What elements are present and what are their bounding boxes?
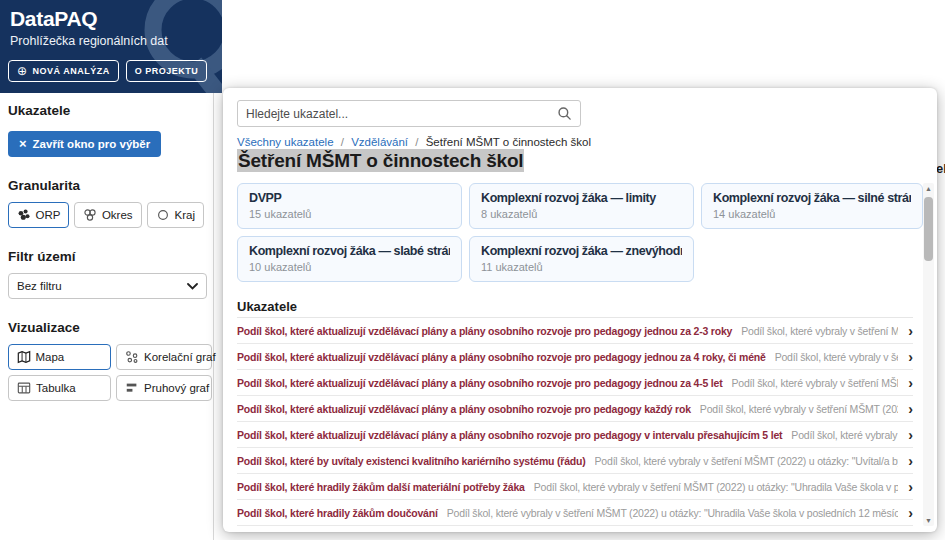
app-subtitle: Prohlížečka regionálních dat [10, 34, 168, 48]
chevron-down-icon [187, 283, 198, 290]
visualization-heading: Vizualizace [8, 320, 206, 335]
category-name: Komplexní rozvoj žáka — znevýhodnění [481, 244, 682, 258]
indicator-title: Podíl škol, které aktualizují vzdělávací… [237, 325, 732, 337]
granularity-okres-button[interactable]: Okres [74, 202, 142, 228]
close-selection-window-button[interactable]: × Zavřít okno pro výběr [8, 131, 161, 157]
category-cards: DVPP 15 ukazatelů Komplexní rozvoj žáka … [237, 183, 923, 282]
indicator-picker-modal: Všechny ukazatele / Vzdělávání / Šetření… [223, 88, 937, 532]
indicator-subtitle: Podíl škol, které vybraly v šetření MŠMT… [731, 377, 898, 389]
bar-chart-icon [125, 381, 139, 395]
viz-map-button[interactable]: Mapa [8, 344, 111, 370]
app-header: DataPAQ Prohlížečka regionálních dat ⊕ N… [0, 0, 222, 93]
granularity-kraj-label: Kraj [175, 209, 195, 221]
header-actions: ⊕ NOVÁ ANALÝZA O PROJEKTU [8, 60, 207, 82]
scatter-plot-icon [125, 350, 139, 364]
chevron-right-icon: › [898, 376, 913, 390]
app-title: DataPAQ [10, 7, 97, 31]
category-name: Komplexní rozvoj žáka — limity [481, 191, 682, 205]
granularity-orp-label: ORP [36, 209, 61, 221]
indicator-row[interactable]: Podíl škol, které aktualizují vzdělávací… [237, 318, 913, 344]
indicator-title: Podíl škol, které aktualizují vzdělávací… [237, 377, 722, 389]
territory-filter-value: Bez filtru [17, 280, 62, 292]
category-count: 14 ukazatelů [713, 208, 911, 220]
category-card[interactable]: Komplexní rozvoj žáka — limity 8 ukazate… [469, 183, 694, 229]
viz-table-button[interactable]: Tabulka [8, 375, 111, 401]
modal-scrollbar[interactable]: ▲ ▼ [923, 183, 934, 526]
indicator-list-heading: Ukazatele [237, 299, 297, 314]
chevron-right-icon: › [898, 428, 913, 442]
indicator-search-input[interactable] [246, 107, 557, 121]
granularity-okres-label: Okres [102, 209, 133, 221]
category-count: 11 ukazatelů [481, 261, 682, 273]
granularity-orp-button[interactable]: ORP [8, 202, 69, 228]
indicator-list: Podíl škol, které aktualizují vzdělávací… [237, 317, 913, 526]
chevron-right-icon: › [898, 454, 913, 468]
kraj-circle-icon [156, 208, 170, 222]
indicator-row[interactable]: Podíl škol, které hradily žákům další ma… [237, 474, 913, 500]
granularity-kraj-button[interactable]: Kraj [147, 202, 204, 228]
scroll-up-arrow[interactable]: ▲ [923, 185, 934, 192]
indicator-title: Podíl škol, které by uvítaly existenci k… [237, 455, 586, 467]
category-name: Komplexní rozvoj žáka — slabé stránky [249, 244, 450, 258]
indicator-title: Podíl škol, které hradily žákům doučován… [237, 507, 438, 519]
viz-map-label: Mapa [36, 351, 65, 363]
viz-bar-chart-button[interactable]: Pruhový graf [116, 375, 212, 401]
viz-correlation-label: Korelační graf [144, 351, 216, 363]
indicator-row[interactable]: Podíl škol, které by uvítaly existenci k… [237, 448, 913, 474]
close-icon: × [19, 139, 27, 149]
category-card[interactable]: Komplexní rozvoj žáka — silné stránky 14… [701, 183, 923, 229]
new-analysis-button[interactable]: ⊕ NOVÁ ANALÝZA [8, 60, 119, 82]
breadcrumb-separator: / [341, 136, 344, 148]
indicator-subtitle: Podíl škol, které vybraly v šetření... [791, 429, 898, 441]
indicator-subtitle: Podíl škol, které vybraly v šetření MŠ..… [775, 351, 899, 363]
modal-page-title-highlight: Šetření MŠMT o činnostech škol [237, 149, 524, 172]
sidebar-indicators-heading: Ukazatele [8, 103, 206, 118]
about-project-button[interactable]: O PROJEKTU [126, 60, 208, 82]
orp-cluster-icon [17, 208, 31, 222]
viz-correlation-button[interactable]: Korelační graf [116, 344, 212, 370]
breadcrumb-education[interactable]: Vzdělávání [351, 136, 408, 148]
indicator-subtitle: Podíl škol, které vybraly v šetření MŠMT… [595, 455, 899, 467]
indicator-row[interactable]: Podíl škol, které aktualizují vzdělávací… [237, 422, 913, 448]
category-name: DVPP [249, 191, 450, 205]
new-analysis-label: NOVÁ ANALÝZA [33, 66, 110, 76]
chevron-right-icon: › [898, 402, 913, 416]
viz-bar-chart-label: Pruhový graf [144, 382, 209, 394]
search-icon [557, 106, 572, 121]
table-icon [17, 381, 31, 395]
background-clipped-heading: ele [936, 161, 945, 176]
close-selection-window-label: Zavřít okno pro výběr [33, 138, 151, 150]
category-count: 15 ukazatelů [249, 208, 450, 220]
chevron-right-icon: › [898, 506, 913, 520]
chevron-right-icon: › [898, 480, 913, 494]
indicator-row[interactable]: Podíl škol, které aktualizují vzdělávací… [237, 396, 913, 422]
indicator-subtitle: Podíl škol, které vybraly v šetření MŠMT… [700, 403, 898, 415]
indicator-subtitle: Podíl škol, které vybraly v šetření MŠMT… [534, 481, 899, 493]
modal-page-title: Šetření MŠMT o činnostech škol [237, 150, 524, 172]
indicator-row[interactable]: Podíl škol, které aktualizují vzdělávací… [237, 344, 913, 370]
category-name: Komplexní rozvoj žáka — silné stránky [713, 191, 911, 205]
granularity-heading: Granularita [8, 178, 206, 193]
breadcrumb: Všechny ukazatele / Vzdělávání / Šetření… [237, 136, 591, 148]
indicator-subtitle: Podíl škol, které vybraly v šetření MŠMT… [447, 507, 899, 519]
category-count: 8 ukazatelů [481, 208, 682, 220]
map-icon [17, 350, 31, 364]
sidebar: Ukazatele × Zavřít okno pro výběr Granul… [0, 93, 214, 540]
scroll-down-arrow[interactable]: ▼ [923, 517, 934, 524]
territory-filter-select[interactable]: Bez filtru [8, 273, 207, 299]
indicator-row[interactable]: Podíl škol, které hradily žákům doučován… [237, 500, 913, 526]
chevron-right-icon: › [898, 324, 913, 338]
category-card[interactable]: Komplexní rozvoj žáka — znevýhodnění 11 … [469, 236, 694, 282]
indicator-search-box [237, 100, 581, 127]
indicator-row[interactable]: Podíl škol, které aktualizují vzdělávací… [237, 370, 913, 396]
category-card[interactable]: Komplexní rozvoj žáka — slabé stránky 10… [237, 236, 462, 282]
scrollbar-thumb[interactable] [924, 197, 933, 261]
indicator-subtitle: Podíl škol, které vybraly v šetření MŠMT… [741, 325, 898, 337]
plus-circle-icon: ⊕ [17, 67, 28, 76]
category-card[interactable]: DVPP 15 ukazatelů [237, 183, 462, 229]
about-project-label: O PROJEKTU [135, 66, 199, 76]
indicator-title: Podíl škol, které aktualizují vzdělávací… [237, 429, 782, 441]
chevron-right-icon: › [898, 350, 913, 364]
breadcrumb-all-indicators[interactable]: Všechny ukazatele [237, 136, 334, 148]
territory-filter-heading: Filtr území [8, 249, 206, 264]
